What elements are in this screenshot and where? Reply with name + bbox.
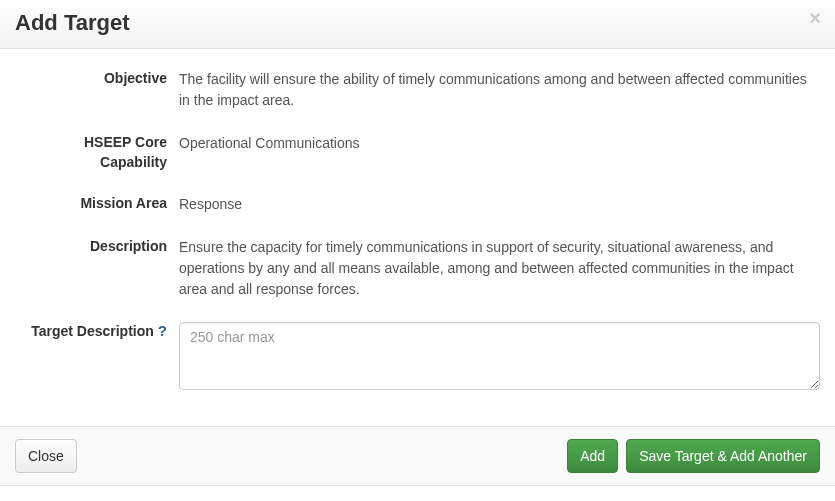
- row-description: Description Ensure the capacity for time…: [15, 237, 820, 300]
- label-mission-area: Mission Area: [15, 194, 175, 214]
- save-add-another-button[interactable]: Save Target & Add Another: [626, 439, 820, 473]
- label-hseep: HSEEP Core Capability: [15, 133, 175, 172]
- footer-left: Close: [15, 439, 77, 473]
- value-target-description: [175, 322, 820, 396]
- label-target-description-wrap: Target Description ?: [15, 322, 175, 342]
- close-button[interactable]: Close: [15, 439, 77, 473]
- label-target-description: Target Description: [31, 322, 154, 342]
- row-target-description: Target Description ?: [15, 322, 820, 396]
- row-objective: Objective The facility will ensure the a…: [15, 69, 820, 111]
- target-description-input[interactable]: [179, 322, 820, 390]
- add-target-modal: Add Target × Objective The facility will…: [0, 0, 835, 486]
- label-objective: Objective: [15, 69, 175, 89]
- row-hseep: HSEEP Core Capability Operational Commun…: [15, 133, 820, 172]
- modal-title: Add Target: [15, 10, 820, 36]
- footer-right: Add Save Target & Add Another: [567, 439, 820, 473]
- help-icon[interactable]: ?: [158, 323, 167, 338]
- modal-body: Objective The facility will ensure the a…: [0, 49, 835, 426]
- row-mission-area: Mission Area Response: [15, 194, 820, 215]
- label-description: Description: [15, 237, 175, 257]
- modal-header: Add Target ×: [0, 0, 835, 49]
- modal-footer: Close Add Save Target & Add Another: [0, 426, 835, 485]
- value-description: Ensure the capacity for timely communica…: [175, 237, 820, 300]
- value-objective: The facility will ensure the ability of …: [175, 69, 820, 111]
- value-mission-area: Response: [175, 194, 820, 215]
- add-button[interactable]: Add: [567, 439, 618, 473]
- value-hseep: Operational Communications: [175, 133, 820, 154]
- close-icon[interactable]: ×: [809, 8, 821, 28]
